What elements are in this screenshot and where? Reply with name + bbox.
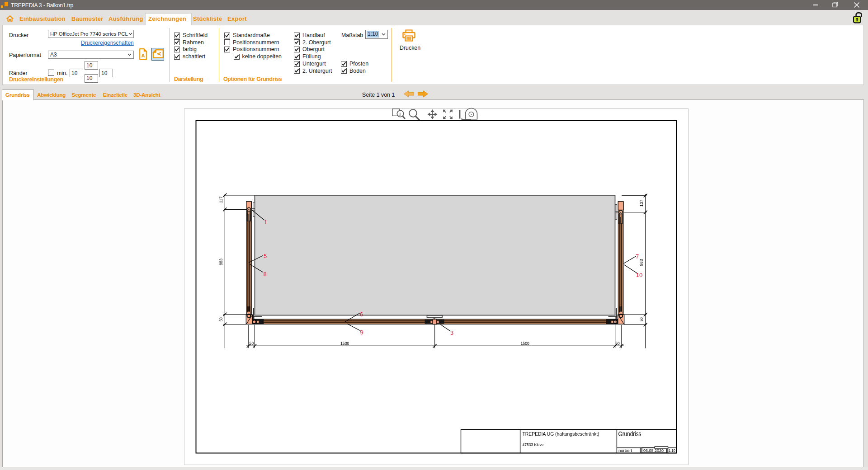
svg-text:1500: 1500 <box>340 341 349 346</box>
svg-text:1500: 1500 <box>520 341 529 346</box>
svg-text:50: 50 <box>250 341 254 346</box>
svg-text:50: 50 <box>218 317 223 321</box>
svg-text:50: 50 <box>615 341 620 346</box>
svg-text:TREPEDIA UG (haftungsbeschränk: TREPEDIA UG (haftungsbeschränkt) <box>523 431 599 437</box>
svg-text:A: A <box>141 53 145 58</box>
svg-text:9: 9 <box>360 329 363 336</box>
svg-text:1: 1 <box>264 219 267 226</box>
svg-text:8: 8 <box>263 271 266 277</box>
svg-text:norbert: norbert <box>618 448 632 453</box>
svg-text:A: A <box>156 52 162 56</box>
svg-text:06.08.2020: 06.08.2020 <box>643 448 664 453</box>
svg-text:10: 10 <box>636 272 642 278</box>
svg-text:883: 883 <box>218 258 223 265</box>
svg-text:6: 6 <box>360 311 363 318</box>
svg-text:47533 Kleve: 47533 Kleve <box>523 442 544 447</box>
svg-text:50: 50 <box>639 317 644 321</box>
svg-text:1:10: 1:10 <box>669 448 675 453</box>
svg-text:3: 3 <box>450 329 453 336</box>
svg-text:Grundriss: Grundriss <box>618 431 642 437</box>
svg-text:117: 117 <box>218 197 223 203</box>
svg-text:5: 5 <box>264 253 267 259</box>
svg-text:7: 7 <box>636 253 639 260</box>
svg-text:137: 137 <box>639 200 644 207</box>
svg-text:863: 863 <box>639 259 644 266</box>
